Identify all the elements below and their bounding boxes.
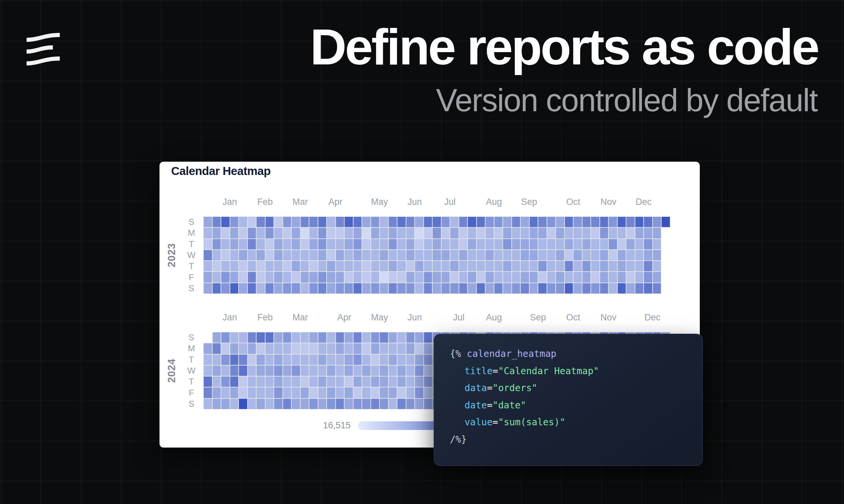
heatmap-cell [300,398,309,409]
heatmap-cell [309,272,318,283]
heatmap-cell [274,228,283,238]
heatmap-cell [318,398,327,409]
heatmap-cell [291,272,300,283]
heatmap-cell [309,343,318,354]
heatmap-cell [467,216,477,228]
heatmap-cell [450,283,459,294]
heatmap-cell [362,332,371,343]
heatmap-cell [362,398,371,409]
heatmap-cell [283,228,292,238]
heatmap-cell [371,365,380,376]
heatmap-cell [608,283,617,294]
heatmap-cell [512,216,521,228]
heatmap-cell [300,354,309,365]
heatmap-cell [344,239,353,250]
heatmap-cell [230,283,239,294]
heatmap-cell [635,250,644,260]
heatmap-cell [406,260,415,272]
heatmap-cell [547,239,556,250]
heatmap-cell [485,239,494,250]
heatmap-cell [283,365,292,376]
heatmap-cell [503,260,512,272]
heatmap-cell [512,250,521,260]
day-label: F [185,272,198,283]
heatmap-cell [617,239,626,250]
heatmap-cell [300,272,309,283]
heatmap-cell [389,216,397,228]
heatmap-cell [547,283,556,294]
heatmap-cell [371,343,380,354]
month-label: May [365,312,393,323]
heatmap-cell [538,250,547,260]
heatmap-cell [467,283,477,294]
heatmap-cell [406,343,415,354]
heatmap-cell [212,354,221,365]
heatmap-cell [353,387,362,398]
heatmap-cell [459,283,468,294]
heatmap-cell [582,260,591,272]
heatmap-cell [335,272,345,283]
heatmap-cell [547,250,556,260]
heatmap-cell [327,283,335,294]
heatmap-cell [555,250,565,260]
month-label: Nov [595,197,622,207]
heatmap-cell [239,283,247,294]
heatmap-cell [283,376,292,387]
heatmap-cell [300,250,309,260]
heatmap-cell [247,387,257,398]
heatmap-cell [327,354,335,365]
day-label: S [185,332,198,343]
heatmap-cell [626,272,635,283]
month-label: Feb [251,312,279,323]
heatmap-cell [274,387,283,398]
heatmap-cell [230,354,239,365]
heatmap-cell [230,250,239,260]
heatmap-cell [415,250,424,260]
heatmap-cell [397,376,406,387]
heatmap-cell [371,260,380,272]
heatmap-cell [362,376,371,387]
heatmap-cell [467,239,477,250]
heatmap-cell [389,239,397,250]
heatmap-cell [520,228,529,238]
heatmap-cell [512,228,521,238]
heatmap-cell [309,354,318,365]
heatmap-cell [424,332,433,343]
heatmap-cell [441,272,450,283]
heatmap-cell [415,398,424,409]
heatmap-cell [600,239,609,250]
heatmap-cell [344,216,353,228]
heatmap-cell [415,239,424,250]
heatmap-cell [415,260,424,272]
heatmap-cell [397,250,406,260]
heatmap-cell [371,398,380,409]
heatmap-cell [573,260,582,272]
heatmap-cell [582,216,591,228]
heatmap-cell [608,272,617,283]
heatmap-cell [379,250,389,260]
heatmap-cell [389,272,397,283]
heatmap-cell [424,376,433,387]
heatmap-cell [477,216,485,228]
heatmap-cell [309,250,318,260]
heatmap-cell [309,332,318,343]
heatmap-cell [239,250,247,260]
heatmap-cell [318,343,327,354]
heatmap-cell [582,250,591,260]
heatmap-cell [397,272,406,283]
month-label: Jan [216,312,244,323]
heatmap-cell [239,239,247,250]
heatmap-cell [520,239,529,250]
heatmap-cell [247,216,257,228]
heatmap-cell [565,239,573,250]
heatmap-cell [485,272,494,283]
heatmap-cell [415,387,424,398]
heatmap-cell [371,250,380,260]
heatmap-cell [212,250,221,260]
heatmap-cell [274,343,283,354]
heatmap-cell [283,239,292,250]
heatmap-cell [406,398,415,409]
heatmap-cell [389,228,397,238]
heatmap-cell [318,283,327,294]
heatmap-cell [415,332,424,343]
